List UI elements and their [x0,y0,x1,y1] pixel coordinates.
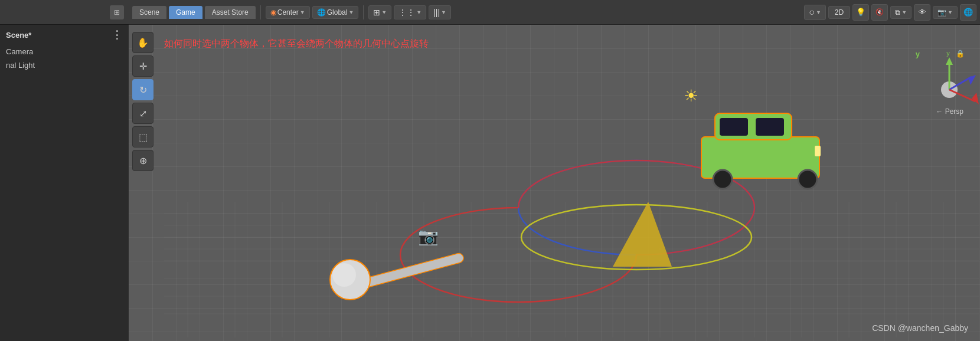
sidebar-item-light[interactable]: nal Light [0,58,129,72]
camera-label: Camera [6,47,33,56]
scene-viewport[interactable]: ✋ ✛ ↻ ⤢ ⬚ ⊕ 如何同时选中两个物体，它甚至会绕两个物体的几何中心点旋转… [129,25,980,341]
center-label: Center [277,8,299,17]
svg-marker-46 [972,93,979,104]
chevron-down-icon: ▼ [300,9,305,15]
svg-rect-28 [354,253,465,291]
camera-dropdown[interactable]: 📷 ▼ [933,6,958,19]
global-label: Global [327,8,348,17]
svg-marker-44 [968,75,976,85]
chevron-down-icon-7: ▼ [901,9,907,15]
context-menu-btn[interactable]: ⋮ [112,28,123,41]
y-axis-label: y [916,50,920,58]
hand-tool-btn[interactable]: ✋ [132,32,153,53]
scene-title: Scene* [6,31,31,40]
tab-game[interactable]: Game [169,6,202,19]
svg-text:☀: ☀ [684,87,698,105]
svg-rect-35 [720,118,748,136]
globe-small-icon: 🌐 [317,8,326,17]
watermark: CSDN @wanchen_Gabby [872,323,968,333]
sidebar: ⊞ Scene* ⋮ Camera nal Light [0,0,129,341]
tools-panel: ✋ ✛ ↻ ⤢ ⬚ ⊕ [132,32,153,171]
chevron-down-icon-3: ▼ [381,9,387,15]
svg-line-45 [949,90,975,101]
svg-point-25 [518,160,754,255]
svg-point-26 [521,205,752,270]
toolbar-right: ○ ▼ 2D 💡 🔇 ⧉ ▼ 👁 📷 ▼ [804,4,976,21]
audio-toggle-btn[interactable]: 🔇 [871,4,888,21]
scale-tool-btn[interactable]: ⤢ [132,103,153,124]
move-tool-btn[interactable]: ✛ [132,55,153,77]
light-label: nal Light [6,61,35,70]
svg-line-43 [949,77,972,90]
sidebar-item-camera[interactable]: Camera [0,45,129,58]
svg-point-40 [941,81,958,98]
visibility-toggle-btn[interactable]: 👁 [914,4,930,21]
svg-rect-33 [701,137,819,178]
circle-icon: ○ [809,7,815,18]
toggle-btn[interactable]: ||| ▼ [429,5,451,19]
annotation-content: 如何同时选中两个物体，它甚至会绕两个物体的几何中心点旋转 [164,38,429,48]
snap-btn[interactable]: ⋮⋮ ▼ [394,5,426,19]
main-content: Scene Game Asset Store ◉ Center ▼ 🌐 Glob… [129,0,980,341]
2d-label: 2D [835,8,844,17]
chevron-down-icon-8: ▼ [948,9,953,15]
globe-btn[interactable]: 🌐 [960,4,976,21]
rect-tool-btn[interactable]: ⬚ [132,126,153,147]
svg-point-37 [713,170,732,189]
svg-rect-36 [756,118,784,136]
chevron-down-icon-5: ▼ [441,9,446,15]
sidebar-header: ⊞ [0,0,129,25]
persp-label: ← Persp [936,107,963,116]
svg-rect-39 [815,146,821,156]
center-dropdown[interactable]: ◉ Center ▼ [266,6,310,19]
camera-toolbar-icon: 📷 [937,8,946,17]
tab-asset-store[interactable]: Asset Store [205,6,256,19]
annotation-text: 如何同时选中两个物体，它甚至会绕两个物体的几何中心点旋转 [164,38,429,50]
main-toolbar: Scene Game Asset Store ◉ Center ▼ 🌐 Glob… [129,0,980,25]
sidebar-title-row: Scene* ⋮ [0,25,129,45]
svg-point-29 [330,260,370,300]
audio-icon: 🔇 [876,8,884,16]
svg-point-30 [332,263,356,287]
sep-2 [363,5,364,19]
light-toggle-btn[interactable]: 💡 [852,4,869,21]
global-dropdown[interactable]: 🌐 Global ▼ [312,6,359,19]
layers-icon: ⧉ [895,8,900,17]
chevron-down-icon-4: ▼ [416,9,422,15]
svg-text:📷: 📷 [418,227,439,246]
grid-snap-btn[interactable]: ⊞ ▼ [368,5,391,19]
svg-marker-27 [613,202,672,267]
circle-dropdown[interactable]: ○ ▼ [804,5,826,20]
toggle-icon: ||| [433,8,440,17]
window-icon[interactable]: ⊞ [110,5,124,19]
svg-point-38 [798,170,817,189]
grid-icon: ⊞ [373,8,380,17]
lock-icon: 🔒 [956,50,965,58]
chevron-down-icon-6: ▼ [816,9,821,15]
pivot-icon: ◉ [270,8,276,17]
snap-icon: ⋮⋮ [398,8,415,17]
transform-tool-btn[interactable]: ⊕ [132,150,153,171]
sep-1 [260,5,261,19]
svg-marker-42 [946,57,953,65]
globe-icon: 🌐 [963,8,973,17]
scene-svg: 📷 ☀ [129,25,980,341]
rotate-tool-btn[interactable]: ↻ [132,79,153,100]
2d-button[interactable]: 2D [828,6,850,19]
eye-icon: 👁 [919,8,926,17]
tab-scene[interactable]: Scene [132,6,166,19]
svg-text:y: y [946,50,950,57]
layers-dropdown[interactable]: ⧉ ▼ [890,6,912,19]
svg-rect-34 [715,113,792,140]
bulb-icon: 💡 [856,8,865,17]
chevron-down-icon-2: ▼ [348,9,354,15]
